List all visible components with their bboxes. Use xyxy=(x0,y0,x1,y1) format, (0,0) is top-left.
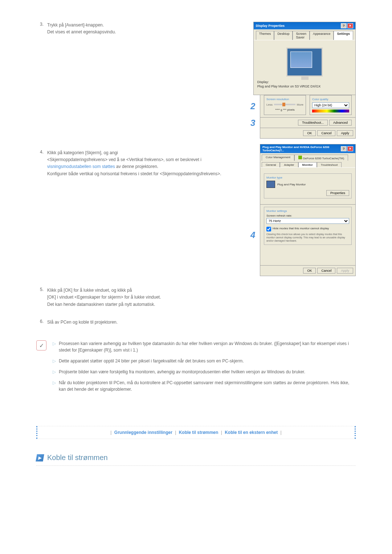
display-name: Plug and Play Monitor on S3 ViRGE DX/GX xyxy=(257,85,352,88)
help-icon[interactable]: ? xyxy=(341,146,347,151)
step-5-line3: Det kan hende datamaskinen starter på ny… xyxy=(47,301,356,308)
step-5: 5. Klikk på [OK] for å lukke vinduet, og… xyxy=(36,287,356,308)
dialog-title-text: Display Properties xyxy=(256,24,285,28)
pencil-icon: ✓ xyxy=(39,342,44,349)
monitor-type-label: Monitor type xyxy=(266,176,349,179)
advanced-button[interactable]: Advanced xyxy=(329,120,352,126)
note-item: ▷ Projiserte bilder kan være forskjellig… xyxy=(53,369,356,375)
note-text-3: Projiserte bilder kan være forskjellig f… xyxy=(59,369,305,375)
nvidia-icon xyxy=(298,156,302,159)
apply-button[interactable]: Apply xyxy=(337,130,353,136)
step-3-line1: Trykk på [Avansert]-knappen. xyxy=(47,22,243,29)
pixel-text: **** g *** pixels xyxy=(266,108,303,111)
step-5-line2: [OK] i vinduet <Egenskaper for skjerm> f… xyxy=(47,294,356,301)
dialog-title-bar: Display Properties ? ✕ xyxy=(254,22,355,29)
slider-more: More xyxy=(297,103,303,106)
display-label: Display: xyxy=(257,80,352,84)
slider-less: Less xyxy=(266,103,273,106)
tab-monitor[interactable]: Monitor xyxy=(298,162,317,167)
resolution-title: Screen resolution xyxy=(266,98,303,101)
nav-link-basic-settings[interactable]: Grunnleggende innstillinger xyxy=(114,430,172,435)
badge-2: 2 xyxy=(250,101,255,111)
note-text-2: Dette apparatet støtter opptil 24 biter … xyxy=(59,358,244,364)
color-bar xyxy=(312,110,349,112)
refresh-rate-label: Screen refresh rate: xyxy=(266,214,349,217)
section-title: Koble til strømmen xyxy=(47,454,108,462)
note-icon: ✓ xyxy=(36,340,46,350)
tab-desktop[interactable]: Desktop xyxy=(274,31,293,40)
step-6: 6. Slå av PCen og koble til projektoren. xyxy=(36,319,356,326)
note-item: ▷ Prosessen kan variere avhengig av hvil… xyxy=(53,340,356,353)
tab-adapter[interactable]: Adapter xyxy=(280,162,298,167)
quality-title: Color quality xyxy=(312,98,349,101)
bottom-nav: | Grunnleggende innstillinger | Koble ti… xyxy=(36,426,356,439)
monitor-icon xyxy=(266,181,275,188)
color-quality-select[interactable]: High (24 bit) xyxy=(312,102,349,108)
note-item: ▷ Dette apparatet støtter opptil 24 bite… xyxy=(53,358,356,364)
note-text-4: Når du kobler projektoren til PCen, må d… xyxy=(59,379,356,393)
step-number: 5. xyxy=(36,287,47,308)
dialog2-title-bar: Plug and Play Monitor and NVIDIA GeForce… xyxy=(260,144,355,153)
step-number: 3. xyxy=(36,22,47,139)
monitor-name: Plug and Play Monitor xyxy=(277,183,306,186)
step-4: 4. Klikk på kategorien [Skjerm], og angi… xyxy=(36,149,356,276)
step-3-line2: Det vises et annet egenskapsvindu. xyxy=(47,29,243,36)
arrow-icon: ▶ xyxy=(36,454,44,461)
ok-button[interactable]: OK xyxy=(303,268,316,274)
step-4-line2: <Skjermoppdateringsfrekvens> ved å se <V… xyxy=(47,156,243,170)
troubleshoot-button[interactable]: Troubleshoot... xyxy=(298,120,328,126)
properties-button[interactable]: Properties xyxy=(326,190,349,196)
note-item: ▷ Når du kobler projektoren til PCen, må… xyxy=(53,379,356,393)
badge-3: 3 xyxy=(250,118,255,128)
step-6-line1: Slå av PCen og koble til projektoren. xyxy=(47,319,356,326)
bullet-icon: ▷ xyxy=(53,369,56,375)
bullet-icon: ▷ xyxy=(53,358,56,364)
hide-modes-desc: Clearing this check box allows you to se… xyxy=(266,233,349,242)
step-number: 4. xyxy=(36,149,47,276)
monitor-settings-label: Monitor settings xyxy=(266,209,349,213)
bullet-icon: ▷ xyxy=(53,340,56,353)
tab-screensaver[interactable]: Screen Saver xyxy=(293,31,310,40)
notes-section: ✓ ▷ Prosessen kan variere avhengig av hv… xyxy=(36,340,356,397)
cancel-button[interactable]: Cancel xyxy=(317,268,335,274)
tab-appearance[interactable]: Appearance xyxy=(310,31,334,40)
note-text-1: Prosessen kan variere avhengig av hvilke… xyxy=(59,340,356,353)
cancel-button[interactable]: Cancel xyxy=(317,130,335,136)
dialog2-title-text: Plug and Play Monitor and NVIDIA GeForce… xyxy=(262,145,341,152)
step-3: 3. Trykk på [Avansert]-knappen. Det vise… xyxy=(36,22,356,139)
help-icon[interactable]: ? xyxy=(341,23,347,28)
resolution-slider[interactable] xyxy=(274,104,295,105)
tab-nvidia[interactable]: GeForce 6200 TurboCache(TM) xyxy=(294,155,348,161)
tab-settings[interactable]: Settings xyxy=(334,31,353,40)
ok-button[interactable]: OK xyxy=(303,130,316,136)
tab-color-mgmt[interactable]: Color Management xyxy=(262,155,294,161)
nav-link-connect-external[interactable]: Koble til en ekstern enhet xyxy=(225,430,278,435)
step-4-line1: Klikk på kategorien [Skjerm], og angi xyxy=(47,149,243,156)
hide-modes-label: Hide modes that this monitor cannot disp… xyxy=(273,227,329,230)
close-icon[interactable]: ✕ xyxy=(347,146,353,151)
display-properties-dialog: Display Properties ? ✕ Themes Desktop Sc… xyxy=(253,22,356,95)
hide-modes-checkbox[interactable] xyxy=(266,227,271,231)
step-4-line3: Konfigurer både vertikal og horisontal f… xyxy=(47,171,243,177)
tab-themes[interactable]: Themes xyxy=(256,31,274,40)
link-display-modes[interactable]: visningsmodustabellen som støttes xyxy=(47,164,115,169)
section-header: ▶ Koble til strømmen xyxy=(36,450,356,466)
bullet-icon: ▷ xyxy=(53,379,56,393)
tab-row: Themes Desktop Screen Saver Appearance S… xyxy=(254,29,355,40)
step-5-line1: Klikk på [OK] for å lukke vinduet, og kl… xyxy=(47,287,356,294)
close-icon[interactable]: ✕ xyxy=(347,23,353,28)
monitor-preview xyxy=(257,44,352,80)
nav-link-connect-power[interactable]: Koble til strømmen xyxy=(179,430,219,435)
tab-general[interactable]: General xyxy=(262,162,280,167)
tab-troubleshoot[interactable]: Troubleshoot xyxy=(317,162,342,167)
refresh-rate-select[interactable]: 75 Hertz xyxy=(266,218,349,224)
badge-4: 4 xyxy=(250,230,255,240)
apply-button[interactable]: Apply xyxy=(337,268,353,274)
step-number: 6. xyxy=(36,319,47,326)
monitor-properties-dialog: Plug and Play Monitor and NVIDIA GeForce… xyxy=(260,144,356,205)
